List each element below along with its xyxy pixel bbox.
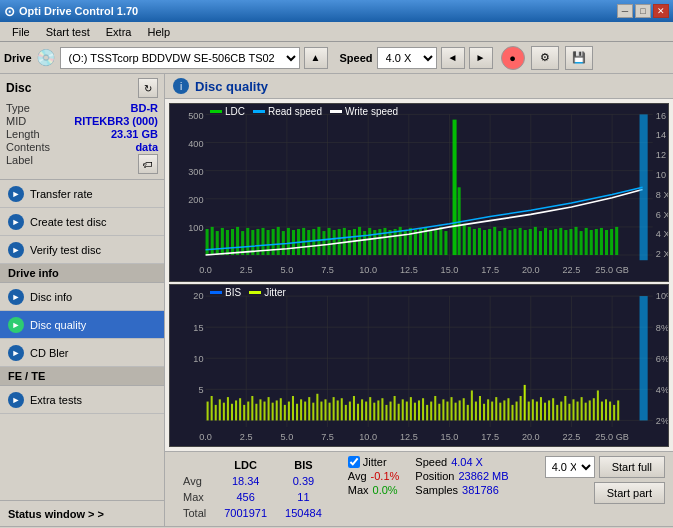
- nav-verify-test-disc[interactable]: ► Verify test disc: [0, 236, 164, 264]
- nav-extra-tests[interactable]: ► Extra tests: [0, 386, 164, 414]
- nav-disc-info[interactable]: ► Disc info: [0, 283, 164, 311]
- menu-extra[interactable]: Extra: [98, 25, 140, 39]
- titlebar-controls: ─ □ ✕: [617, 4, 669, 18]
- charts-area: LDC Read speed Write speed: [165, 99, 673, 451]
- close-button[interactable]: ✕: [653, 4, 669, 18]
- svg-rect-250: [577, 402, 579, 421]
- jitter-avg-value: -0.1%: [371, 470, 400, 482]
- ldc-chart: LDC Read speed Write speed: [169, 103, 669, 282]
- disc-mid-value: RITEKBR3 (000): [74, 115, 158, 127]
- nav-create-test-disc[interactable]: ► Create test disc: [0, 208, 164, 236]
- titlebar-left: ⊙ Opti Drive Control 1.70: [4, 4, 138, 19]
- svg-rect-187: [320, 402, 322, 421]
- stats-row-avg: Avg 18.34 0.39: [175, 474, 330, 488]
- minimize-button[interactable]: ─: [617, 4, 633, 18]
- svg-rect-249: [572, 399, 574, 420]
- status-window-button[interactable]: Status window > >: [0, 500, 164, 526]
- color-button[interactable]: ●: [501, 46, 525, 70]
- svg-rect-203: [385, 405, 387, 421]
- svg-rect-186: [316, 394, 318, 421]
- svg-text:17.5: 17.5: [481, 265, 499, 275]
- svg-rect-46: [231, 229, 234, 255]
- svg-rect-117: [595, 229, 598, 255]
- svg-rect-172: [259, 399, 261, 420]
- menu-file[interactable]: File: [4, 25, 38, 39]
- col-bis-header: BIS: [277, 458, 330, 472]
- svg-rect-229: [491, 402, 493, 421]
- nav-transfer-rate[interactable]: ► Transfer rate: [0, 180, 164, 208]
- svg-rect-55: [277, 227, 280, 255]
- svg-rect-225: [475, 402, 477, 421]
- disc-refresh-button[interactable]: ↻: [138, 78, 158, 98]
- svg-rect-238: [528, 402, 530, 421]
- app-icon: ⊙: [4, 4, 15, 19]
- avg-bis-value: 0.39: [277, 474, 330, 488]
- drive-select[interactable]: (O:) TSSTcorp BDDVDW SE-506CB TS02: [60, 47, 300, 69]
- speed-combo[interactable]: 4.0 X: [545, 456, 595, 478]
- svg-rect-243: [548, 400, 550, 420]
- main: Disc ↻ Type BD-R MID RITEKBR3 (000) Leng…: [0, 74, 673, 526]
- svg-text:5: 5: [198, 383, 203, 394]
- svg-rect-191: [337, 400, 339, 420]
- svg-rect-78: [394, 229, 397, 255]
- svg-text:4%: 4%: [656, 383, 668, 394]
- start-part-button[interactable]: Start part: [594, 482, 665, 504]
- disc-label-button[interactable]: 🏷: [138, 154, 158, 174]
- section-fe-te: FE / TE: [0, 367, 164, 386]
- svg-text:500: 500: [188, 110, 203, 120]
- svg-rect-185: [312, 403, 314, 421]
- speed-next-button[interactable]: ►: [469, 47, 493, 69]
- menu-help[interactable]: Help: [139, 25, 178, 39]
- drive-eject-button[interactable]: ▲: [304, 47, 328, 69]
- svg-text:17.5: 17.5: [481, 431, 499, 442]
- jitter-checkbox[interactable]: [348, 456, 360, 468]
- position-value: 23862 MB: [458, 470, 508, 482]
- svg-text:25.0 GB: 25.0 GB: [595, 431, 629, 442]
- svg-rect-97: [493, 227, 496, 255]
- nav-disc-quality[interactable]: ► Disc quality: [0, 311, 164, 339]
- nav-icon-extra-tests: ►: [8, 392, 24, 408]
- svg-rect-231: [499, 403, 501, 421]
- disc-panel: Disc ↻ Type BD-R MID RITEKBR3 (000) Leng…: [0, 74, 164, 180]
- svg-text:6 X: 6 X: [656, 209, 668, 219]
- svg-rect-122: [640, 114, 648, 260]
- svg-rect-119: [605, 230, 608, 255]
- svg-rect-92: [468, 227, 471, 255]
- legend-write-speed: Write speed: [330, 106, 398, 117]
- svg-rect-230: [495, 397, 497, 420]
- svg-rect-179: [288, 402, 290, 421]
- svg-rect-219: [451, 397, 453, 420]
- speed-select[interactable]: 4.0 X: [377, 47, 437, 69]
- svg-rect-123: [170, 285, 668, 446]
- svg-rect-112: [569, 229, 572, 255]
- svg-rect-77: [389, 230, 392, 255]
- speed-prev-button[interactable]: ◄: [441, 47, 465, 69]
- svg-rect-188: [324, 399, 326, 420]
- start-full-button[interactable]: Start full: [599, 456, 665, 478]
- menu-starttest[interactable]: Start test: [38, 25, 98, 39]
- svg-rect-220: [455, 403, 457, 421]
- quality-header: i Disc quality: [165, 74, 673, 99]
- svg-rect-208: [406, 402, 408, 421]
- svg-rect-207: [402, 399, 404, 420]
- svg-rect-42: [211, 227, 214, 255]
- total-bis-value: 150484: [277, 506, 330, 520]
- svg-text:15.0: 15.0: [441, 431, 459, 442]
- svg-text:2 X: 2 X: [656, 249, 668, 259]
- svg-text:2.5: 2.5: [240, 265, 253, 275]
- svg-rect-162: [219, 399, 221, 420]
- svg-rect-233: [507, 398, 509, 420]
- svg-rect-43: [216, 231, 219, 255]
- disc-title: Disc: [6, 81, 31, 95]
- svg-rect-173: [264, 402, 266, 421]
- maximize-button[interactable]: □: [635, 4, 651, 18]
- titlebar: ⊙ Opti Drive Control 1.70 ─ □ ✕: [0, 0, 673, 22]
- nav-cd-bler[interactable]: ► CD Bler: [0, 339, 164, 367]
- nav-icon-create-test-disc: ►: [8, 214, 24, 230]
- svg-text:25.0 GB: 25.0 GB: [595, 265, 629, 275]
- settings-button[interactable]: ⚙: [531, 46, 559, 70]
- jitter-checkbox-label[interactable]: Jitter: [348, 456, 387, 468]
- save-button[interactable]: 💾: [565, 46, 593, 70]
- disc-type-label: Type: [6, 102, 30, 114]
- svg-rect-239: [532, 399, 534, 420]
